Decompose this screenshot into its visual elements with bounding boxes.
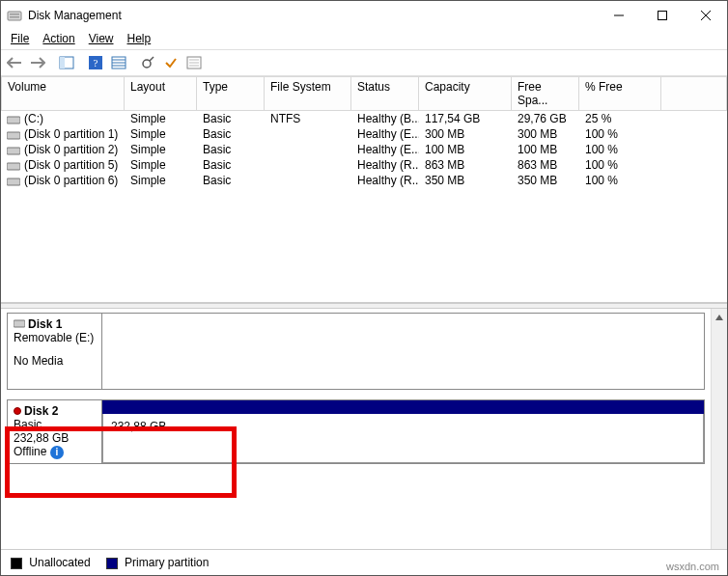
svg-line-16 <box>150 57 154 61</box>
apply-icon[interactable] <box>159 52 182 73</box>
col-volume[interactable]: Volume <box>1 76 125 111</box>
disk2-name: Disk 2 <box>24 404 58 418</box>
col-layout[interactable]: Layout <box>125 76 197 111</box>
legend-unallocated: Unallocated <box>11 556 91 569</box>
swatch-unallocated <box>11 558 22 569</box>
table-row[interactable]: (C:)SimpleBasicNTFSHealthy (B...117,54 G… <box>1 111 727 126</box>
svg-point-15 <box>143 60 151 68</box>
col-spacer <box>661 76 727 111</box>
volume-list[interactable]: Volume Layout Type File System Status Ca… <box>1 76 727 303</box>
list-view-icon[interactable] <box>107 52 130 73</box>
col-pctfree[interactable]: % Free <box>579 76 661 111</box>
scroll-up-icon[interactable] <box>712 309 728 325</box>
help-icon[interactable]: ? <box>84 52 107 73</box>
disk1-name: Disk 1 <box>28 317 62 331</box>
back-button[interactable] <box>3 52 26 73</box>
volume-icon <box>7 130 20 140</box>
menu-file[interactable]: File <box>11 32 29 45</box>
table-row[interactable]: (Disk 0 partition 5)SimpleBasicHealthy (… <box>1 157 727 173</box>
disk2-size: 232,88 GB <box>14 431 96 445</box>
graphical-view: Disk 1 Removable (E:) No Media <box>1 309 727 549</box>
disk2-type: Basic <box>14 418 96 431</box>
svg-rect-8 <box>60 57 65 69</box>
volume-icon <box>7 177 20 186</box>
volume-list-header[interactable]: Volume Layout Type File System Status Ca… <box>1 76 727 111</box>
menu-view[interactable]: View <box>89 32 114 45</box>
refresh-icon[interactable] <box>136 52 159 73</box>
table-row[interactable]: (Disk 0 partition 2)SimpleBasicHealthy (… <box>1 142 727 157</box>
svg-rect-21 <box>7 117 20 123</box>
maximize-button[interactable] <box>640 1 684 30</box>
menubar: File Action View Help <box>1 30 727 49</box>
disk2-partitions[interactable]: 232,88 GB <box>102 400 704 463</box>
svg-rect-24 <box>7 163 20 170</box>
disk2-partition[interactable]: 232,88 GB <box>102 414 704 463</box>
col-capacity[interactable]: Capacity <box>419 76 512 111</box>
svg-rect-25 <box>7 178 20 185</box>
swatch-primary <box>106 558 118 569</box>
svg-rect-2 <box>10 16 19 18</box>
volume-icon <box>7 146 20 155</box>
col-status[interactable]: Status <box>351 76 419 111</box>
toolbar: ? <box>1 49 727 76</box>
close-button[interactable] <box>684 1 727 30</box>
disk1-block[interactable]: Disk 1 Removable (E:) No Media <box>7 313 705 390</box>
svg-rect-26 <box>14 320 25 327</box>
disk1-partitions <box>102 314 704 389</box>
disk2-partition-size: 232,88 GB <box>111 420 695 433</box>
col-free[interactable]: Free Spa... <box>512 76 579 111</box>
watermark: wsxdn.com <box>662 560 723 573</box>
partition-stripe <box>102 400 704 414</box>
app-icon <box>7 8 22 23</box>
titlebar: Disk Management <box>1 1 727 30</box>
table-row[interactable]: (Disk 0 partition 6)SimpleBasicHealthy (… <box>1 173 727 188</box>
table-row[interactable]: (Disk 0 partition 1)SimpleBasicHealthy (… <box>1 126 727 142</box>
disk1-removable: Removable (E:) <box>14 331 96 344</box>
minimize-button[interactable] <box>597 1 640 30</box>
disk1-nomedia: No Media <box>14 354 96 368</box>
volume-icon <box>7 115 20 124</box>
disk-management-window: Disk Management File Action View Help <box>0 0 728 576</box>
info-icon[interactable]: i <box>50 446 64 459</box>
legend-primary: Primary partition <box>106 556 210 569</box>
show-hide-tree-icon[interactable] <box>55 52 78 73</box>
disk2-status: Offline <box>14 445 46 458</box>
offline-indicator-icon <box>14 407 21 415</box>
properties-icon[interactable] <box>182 52 206 73</box>
menu-help[interactable]: Help <box>127 32 152 45</box>
svg-rect-23 <box>7 148 20 154</box>
legend: Unallocated Primary partition <box>1 549 727 575</box>
svg-rect-1 <box>10 14 19 15</box>
disk1-label[interactable]: Disk 1 Removable (E:) No Media <box>8 314 102 389</box>
disk2-block[interactable]: Disk 2 Basic 232,88 GB Offline i 232,88 … <box>7 399 705 464</box>
menu-action[interactable]: Action <box>42 32 74 45</box>
svg-rect-0 <box>8 12 21 20</box>
volume-icon <box>7 161 20 171</box>
forward-button[interactable] <box>26 52 49 73</box>
svg-rect-4 <box>658 12 666 20</box>
col-filesystem[interactable]: File System <box>265 76 351 111</box>
svg-rect-22 <box>7 132 20 139</box>
disk2-label[interactable]: Disk 2 Basic 232,88 GB Offline i <box>8 400 102 463</box>
svg-text:?: ? <box>94 57 98 69</box>
window-title: Disk Management <box>28 9 597 22</box>
disk-icon <box>14 317 25 331</box>
vertical-scrollbar[interactable] <box>711 309 727 549</box>
col-type[interactable]: Type <box>197 76 265 111</box>
